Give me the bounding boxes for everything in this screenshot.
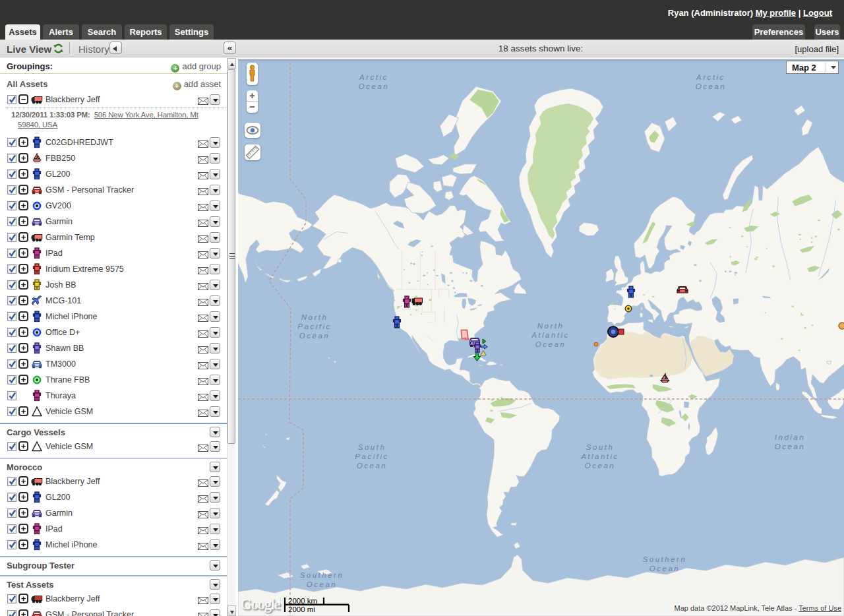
svg-text:2000 mi: 2000 mi — [288, 605, 315, 613]
svg-text:2000 km: 2000 km — [288, 597, 317, 605]
